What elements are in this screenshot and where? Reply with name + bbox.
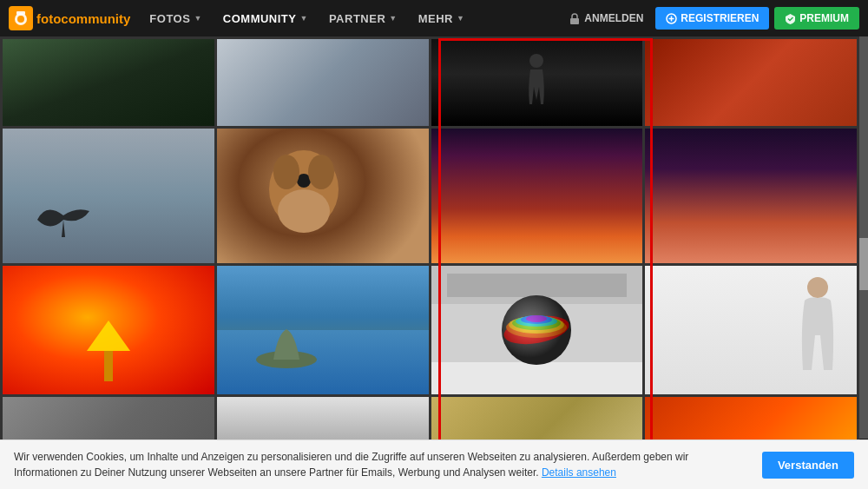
svg-rect-4 xyxy=(570,18,579,24)
navbar: fotocommunity FOTOS ▼ COMMUNITY ▼ PARTNE… xyxy=(0,0,868,36)
svg-point-6 xyxy=(529,54,543,68)
sphere-art-icon xyxy=(497,291,575,369)
photo-cell-r1c1[interactable] xyxy=(3,39,214,126)
chevron-down-icon: ▼ xyxy=(389,14,397,23)
nav-right: ANMELDEN REGISTRIEREN PREMIUM xyxy=(562,7,859,30)
scrollbar-thumb[interactable] xyxy=(859,238,868,290)
dog-head-icon xyxy=(260,142,347,246)
svg-point-10 xyxy=(273,155,299,189)
svg-rect-3 xyxy=(16,11,25,15)
photo-cell-r1c3[interactable] xyxy=(431,39,643,126)
verstanden-button[interactable]: Verstanden xyxy=(762,452,854,479)
svg-point-2 xyxy=(17,16,24,23)
lamp-icon xyxy=(82,316,135,386)
photo-cell-r1c4[interactable] xyxy=(645,39,857,126)
logo-text: fotocommunity xyxy=(36,11,130,26)
photo-grid xyxy=(0,36,859,486)
chevron-down-icon: ▼ xyxy=(299,14,307,23)
island-icon xyxy=(252,316,321,368)
svg-rect-13 xyxy=(104,351,113,381)
svg-point-24 xyxy=(807,277,828,298)
nav-mehr[interactable]: MEHR ▼ xyxy=(410,0,474,36)
photo-cell-r3c3-sphere[interactable] xyxy=(431,266,643,394)
bird-icon xyxy=(29,194,98,246)
shield-icon xyxy=(785,13,796,24)
chevron-down-icon: ▼ xyxy=(457,14,464,23)
chevron-down-icon: ▼ xyxy=(194,14,201,23)
photo-cell-r2c2[interactable] xyxy=(217,129,429,263)
person-icon xyxy=(796,274,839,379)
logo[interactable]: fotocommunity xyxy=(9,6,130,30)
anmelden-button[interactable]: ANMELDEN xyxy=(562,12,650,24)
svg-point-11 xyxy=(308,155,334,189)
photo-cell-r2c3[interactable] xyxy=(431,129,643,263)
photo-cell-r2c4[interactable] xyxy=(645,129,857,263)
premium-button[interactable]: PREMIUM xyxy=(774,7,859,30)
photo-cell-r3c1[interactable] xyxy=(3,266,214,394)
svg-point-8 xyxy=(278,189,330,233)
photo-grid-container xyxy=(0,36,868,486)
registrieren-button[interactable]: REGISTRIEREN xyxy=(655,7,769,30)
nav-partner[interactable]: PARTNER ▼ xyxy=(320,0,406,36)
logo-icon xyxy=(9,6,33,30)
nav-fotos[interactable]: FOTOS ▼ xyxy=(141,0,210,36)
photo-cell-r3c4[interactable] xyxy=(645,266,857,394)
svg-point-23 xyxy=(502,295,571,365)
silhouette-icon xyxy=(523,52,549,113)
photo-cell-r2c1[interactable] xyxy=(3,129,214,263)
nav-community[interactable]: COMMUNITY ▼ xyxy=(214,0,317,36)
svg-marker-12 xyxy=(87,320,130,351)
cookie-banner: Wir verwenden Cookies, um Inhalte und An… xyxy=(0,439,868,489)
cookie-text: Wir verwenden Cookies, um Inhalte und An… xyxy=(14,449,748,480)
scrollbar-track[interactable] xyxy=(859,36,868,439)
photo-cell-r1c2[interactable] xyxy=(217,39,429,126)
photo-cell-r3c2[interactable] xyxy=(217,266,429,394)
plus-icon xyxy=(666,13,677,24)
lock-icon xyxy=(569,12,581,24)
cookie-details-link[interactable]: Details ansehen xyxy=(542,466,616,479)
